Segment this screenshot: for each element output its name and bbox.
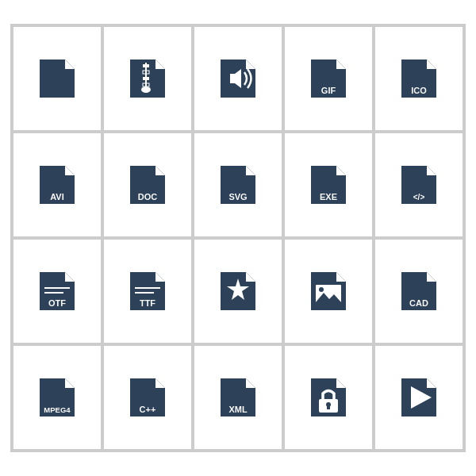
svg-text:AVI: AVI bbox=[50, 192, 64, 202]
svg-point-4 bbox=[141, 86, 151, 93]
star-file-cell[interactable] bbox=[194, 240, 282, 343]
audio-file-cell[interactable] bbox=[194, 27, 282, 130]
exe-file-cell[interactable]: EXE bbox=[285, 133, 372, 236]
svg-text:SVG: SVG bbox=[228, 192, 247, 202]
svg-file-icon: SVG bbox=[213, 159, 263, 210]
svg-text:EXE: EXE bbox=[320, 192, 337, 202]
gif-file-icon: GIF bbox=[303, 53, 354, 104]
svg-text:DOC: DOC bbox=[138, 192, 158, 202]
mpeg4-file-cell[interactable]: MPEG4 bbox=[13, 346, 101, 449]
xml-file-cell[interactable]: XML bbox=[194, 346, 282, 449]
icon-grid: GIF ICO AVI DOC bbox=[10, 24, 466, 452]
svg-text:ICO: ICO bbox=[411, 86, 427, 95]
blank-file-icon bbox=[32, 53, 83, 104]
svg-text:CAD: CAD bbox=[409, 298, 428, 308]
play-file-icon bbox=[393, 372, 444, 423]
ttf-file-icon: TTF bbox=[122, 266, 173, 317]
cpp-file-cell[interactable]: C++ bbox=[104, 346, 191, 449]
code-file-cell[interactable]: </> bbox=[375, 133, 463, 236]
xml-file-icon: XML bbox=[213, 372, 263, 423]
svg-text:XML: XML bbox=[228, 405, 248, 414]
svg-file-cell[interactable]: SVG bbox=[194, 133, 282, 236]
lock-file-icon bbox=[303, 372, 354, 423]
mpeg4-file-icon: MPEG4 bbox=[32, 372, 83, 423]
svg-text:MPEG4: MPEG4 bbox=[44, 405, 71, 414]
otf-file-cell[interactable]: OTF bbox=[13, 240, 101, 343]
star-file-icon bbox=[213, 266, 263, 317]
play-file-cell[interactable] bbox=[375, 346, 463, 449]
ico-file-cell[interactable]: ICO bbox=[375, 27, 463, 130]
image-file-icon bbox=[303, 266, 354, 317]
cpp-file-icon: C++ bbox=[122, 372, 173, 423]
avi-file-cell[interactable]: AVI bbox=[13, 133, 101, 236]
cad-file-icon: CAD bbox=[393, 266, 444, 317]
svg-text:TTF: TTF bbox=[140, 298, 155, 308]
zip-file-icon bbox=[122, 53, 173, 104]
avi-file-icon: AVI bbox=[32, 159, 83, 210]
code-file-icon: </> bbox=[393, 159, 444, 210]
lock-file-cell[interactable] bbox=[285, 346, 372, 449]
zip-file-cell[interactable] bbox=[104, 27, 191, 130]
svg-point-31 bbox=[319, 287, 324, 292]
svg-text:</>: </> bbox=[413, 193, 425, 202]
blank-file-cell[interactable] bbox=[13, 27, 101, 130]
audio-file-icon bbox=[213, 53, 263, 104]
ico-file-icon: ICO bbox=[393, 53, 444, 104]
svg-text:GIF: GIF bbox=[321, 86, 336, 95]
exe-file-icon: EXE bbox=[303, 159, 354, 210]
svg-rect-43 bbox=[327, 405, 330, 409]
ttf-file-cell[interactable]: TTF bbox=[104, 240, 191, 343]
doc-file-cell[interactable]: DOC bbox=[104, 133, 191, 236]
svg-text:OTF: OTF bbox=[48, 298, 66, 308]
otf-file-icon: OTF bbox=[32, 266, 83, 317]
image-file-cell[interactable] bbox=[285, 240, 372, 343]
gif-file-cell[interactable]: GIF bbox=[285, 27, 372, 130]
svg-text:C++: C++ bbox=[140, 405, 156, 414]
cad-file-cell[interactable]: CAD bbox=[375, 240, 463, 343]
doc-file-icon: DOC bbox=[122, 159, 173, 210]
